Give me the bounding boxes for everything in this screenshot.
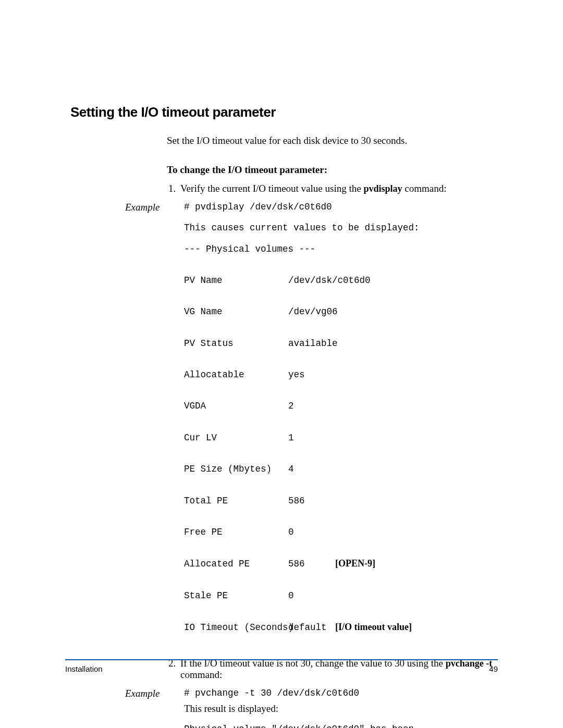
example-1-note: This causes current values to be display… bbox=[184, 223, 498, 233]
example-2-output: Physical volume "/dev/dsk/c0t6d0" has be… bbox=[184, 724, 498, 729]
pvout-val: 586 bbox=[288, 559, 335, 569]
pvout-key: Free PE bbox=[184, 527, 288, 537]
page-footer: Installation 49 bbox=[65, 659, 498, 673]
spacer bbox=[184, 233, 498, 243]
pvout-val: yes bbox=[288, 369, 335, 380]
pvout-row: IO Timeout (Seconds)default[I/O timeout … bbox=[184, 622, 498, 633]
pvout-row: PV Name/dev/dsk/c0t6d0 bbox=[184, 275, 498, 286]
pvout-row: VG Name/dev/vg06 bbox=[184, 306, 498, 317]
pvout-key: Cur LV bbox=[184, 433, 288, 443]
pvout-key: IO Timeout (Seconds) bbox=[184, 622, 288, 633]
footer-rule bbox=[65, 659, 498, 660]
pvout-val: 2 bbox=[288, 401, 335, 411]
pvout-key: Stale PE bbox=[184, 590, 288, 601]
pvout-val: 4 bbox=[288, 464, 335, 474]
example-label-1: Example bbox=[125, 202, 160, 213]
pvout-row: PE Size (Mbytes)4 bbox=[184, 464, 498, 474]
example-1-command: # pvdisplay /dev/dsk/c0t6d0 bbox=[184, 202, 498, 212]
pvout-val: /dev/dsk/c0t6d0 bbox=[288, 275, 335, 286]
pvout-key: VG Name bbox=[184, 306, 288, 317]
intro-paragraph: Set the I/O timeout value for each disk … bbox=[167, 135, 498, 146]
pvout-row: VGDA2 bbox=[184, 401, 498, 411]
step-1-pre: Verify the current I/O timeout value usi… bbox=[180, 183, 363, 194]
pvout-key: Allocatable bbox=[184, 369, 288, 380]
pvout-row: Free PE0 bbox=[184, 527, 498, 537]
pvout-row: Stale PE0 bbox=[184, 590, 498, 601]
pvout-annot: [I/O timeout value] bbox=[335, 622, 412, 633]
procedure-heading: To change the I/O timeout parameter: bbox=[167, 164, 498, 176]
pvout-row: Allocatableyes bbox=[184, 369, 498, 380]
pvout-row: Cur LV1 bbox=[184, 433, 498, 443]
pvout-key: PV Name bbox=[184, 275, 288, 286]
footer-section-name: Installation bbox=[65, 664, 103, 673]
spacer bbox=[184, 212, 498, 223]
pvout-val: available bbox=[288, 338, 335, 349]
pvdisplay-output: PV Name/dev/dsk/c0t6d0 VG Name/dev/vg06 … bbox=[184, 254, 498, 654]
pvout-row: PV Statusavailable bbox=[184, 338, 498, 349]
pvdisplay-header: --- Physical volumes --- bbox=[184, 244, 498, 254]
pvout-key: PE Size (Mbytes) bbox=[184, 464, 288, 474]
pvout-row: Allocated PE586[OPEN-9] bbox=[184, 558, 498, 569]
pvout-val: 1 bbox=[288, 433, 335, 443]
section-title: Setting the I/O timeout parameter bbox=[70, 104, 498, 120]
pvout-row: Total PE586 bbox=[184, 496, 498, 506]
example-2-command: # pvchange -t 30 /dev/dsk/c0t6d0 bbox=[184, 688, 498, 698]
step-1-post: command: bbox=[402, 183, 446, 194]
example-2-note: This result is displayed: bbox=[184, 703, 498, 714]
pvout-val: 0 bbox=[288, 590, 335, 601]
pvout-key: PV Status bbox=[184, 338, 288, 349]
footer-page-number: 49 bbox=[489, 664, 498, 673]
pvout-val: 0 bbox=[288, 527, 335, 537]
example-label-2: Example bbox=[125, 688, 160, 699]
step-1-cmd: pvdisplay bbox=[363, 183, 402, 194]
pvout-key: VGDA bbox=[184, 401, 288, 411]
pvout-val: /dev/vg06 bbox=[288, 306, 335, 317]
step-1: Verify the current I/O timeout value usi… bbox=[178, 183, 498, 194]
pvout-key: Total PE bbox=[184, 496, 288, 506]
pvout-annot: [OPEN-9] bbox=[335, 558, 375, 569]
pvout-val: 586 bbox=[288, 496, 335, 506]
pvout-key: Allocated PE bbox=[184, 559, 288, 569]
pvout-val: default bbox=[288, 622, 335, 633]
